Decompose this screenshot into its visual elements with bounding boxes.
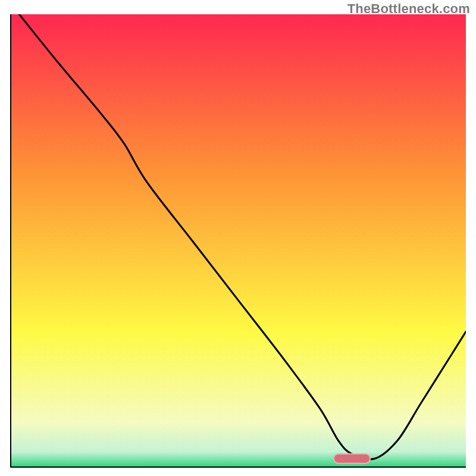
gradient-background — [10, 14, 466, 468]
chart-svg — [10, 14, 466, 468]
watermark-text: TheBottleneck.com — [347, 1, 470, 17]
optimal-marker — [334, 454, 370, 464]
bottleneck-chart — [10, 14, 466, 468]
